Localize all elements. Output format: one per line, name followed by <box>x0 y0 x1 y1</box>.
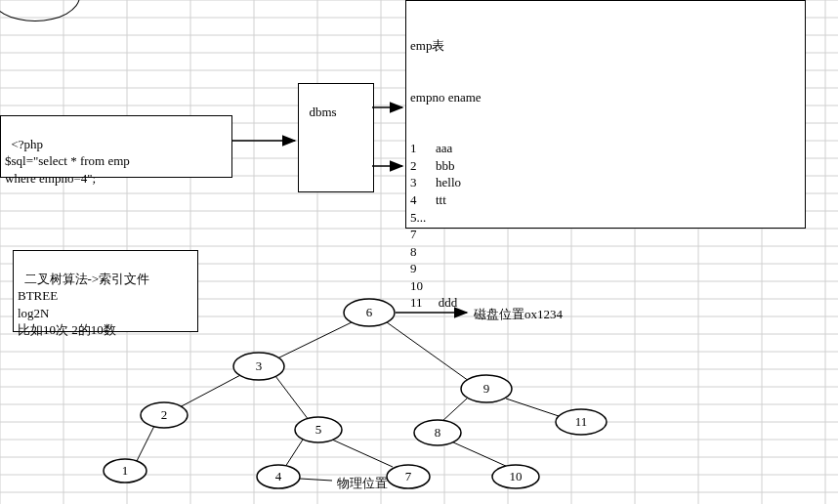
php-code-box: <?php $sql="select * from emp where empn… <box>0 115 232 178</box>
tree-edges <box>137 322 565 467</box>
svg-point-62 <box>387 465 430 488</box>
tree-node-9: 9 <box>483 381 490 396</box>
disk-position-label: 磁盘位置ox1234 <box>474 306 563 323</box>
svg-point-58 <box>414 420 461 445</box>
btree-text: 二叉树算法->索引文件 BTREE log2N 比如10次 2的10数 <box>18 272 149 338</box>
line-node4-to-phys <box>300 479 332 481</box>
tree-node-6: 6 <box>366 305 373 319</box>
svg-line-47 <box>137 422 156 461</box>
tree-node-1: 1 <box>122 463 129 478</box>
emp-header: empno ename <box>410 89 801 106</box>
emp-table-box: emp表 empno ename 1 aaa 2 bbb 3 hello 4 t… <box>405 0 806 229</box>
svg-line-50 <box>441 399 467 422</box>
tree-node-2: 2 <box>161 407 168 422</box>
svg-line-52 <box>451 441 508 467</box>
svg-line-48 <box>285 440 303 467</box>
svg-point-63 <box>492 465 539 488</box>
svg-point-53 <box>344 299 395 326</box>
partial-ellipse <box>0 0 80 21</box>
svg-line-44 <box>387 322 469 381</box>
svg-point-59 <box>556 409 607 435</box>
svg-point-55 <box>461 375 512 402</box>
svg-line-51 <box>506 399 565 418</box>
svg-point-57 <box>295 417 342 442</box>
tree-node-10: 10 <box>510 469 523 483</box>
svg-point-60 <box>104 459 147 483</box>
svg-point-56 <box>141 402 188 428</box>
dbms-box: dbms <box>298 83 374 192</box>
svg-line-46 <box>275 376 309 420</box>
svg-line-43 <box>275 322 352 359</box>
svg-line-45 <box>178 373 244 408</box>
tree-node-7: 7 <box>405 469 412 483</box>
svg-line-49 <box>332 440 393 467</box>
emp-title: emp表 <box>410 37 801 55</box>
tree-node-3: 3 <box>256 358 263 373</box>
tree-node-8: 8 <box>435 425 441 440</box>
physical-position-label: 物理位置 <box>337 475 388 492</box>
php-code-text: <?php $sql="select * from emp where empn… <box>5 137 130 186</box>
svg-point-54 <box>233 353 284 380</box>
svg-point-61 <box>257 465 300 488</box>
dbms-label: dbms <box>310 105 337 119</box>
tree-node-4: 4 <box>275 469 282 483</box>
emp-rows: 1 aaa 2 bbb 3 hello 4 ttt 5... 7 8 9 10 … <box>410 140 801 311</box>
tree-node-11: 11 <box>575 414 588 429</box>
btree-box: 二叉树算法->索引文件 BTREE log2N 比如10次 2的10数 <box>13 250 198 332</box>
tree-node-5: 5 <box>315 422 322 437</box>
